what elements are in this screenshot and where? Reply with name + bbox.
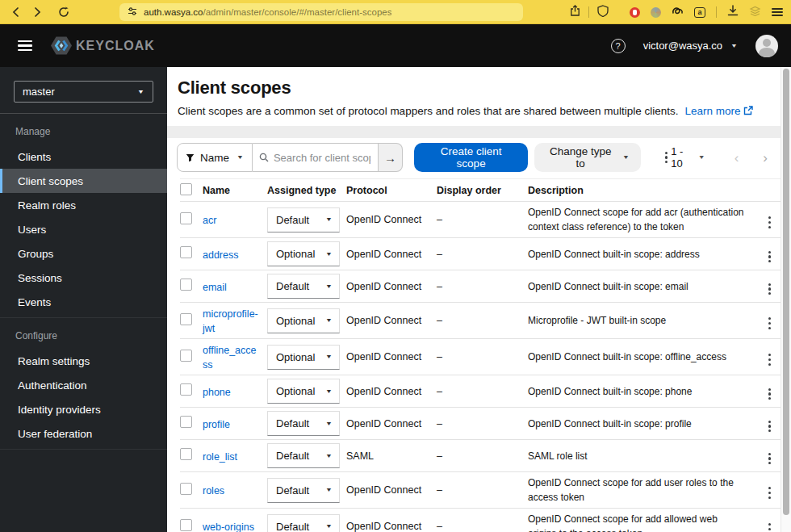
table-row: microprofile-jwt Optional ▼ OpenID Conne… xyxy=(180,303,781,339)
row-checkbox[interactable] xyxy=(180,246,192,258)
row-checkbox[interactable] xyxy=(180,519,192,531)
realm-selector[interactable]: master ▼ xyxy=(14,81,153,103)
assigned-type-select[interactable]: Default ▼ xyxy=(267,274,340,299)
search-type-dropdown[interactable]: Name ▼ xyxy=(177,143,253,172)
sidebar-item-groups[interactable]: Groups xyxy=(0,241,167,266)
assigned-type-select[interactable]: Default ▼ xyxy=(267,514,340,532)
realm-name: master xyxy=(23,86,55,98)
search-submit-button[interactable]: → xyxy=(379,143,403,172)
pagination-range: 1 - 10 xyxy=(671,145,692,170)
sidebar-item-realm-settings[interactable]: Realm settings xyxy=(0,349,167,373)
browser-menu-icon[interactable] xyxy=(772,6,783,19)
display-order-cell: – xyxy=(437,351,528,362)
row-checkbox[interactable] xyxy=(180,350,192,362)
protocol-cell: OpenID Connect xyxy=(346,484,437,496)
scope-name-link[interactable]: phone xyxy=(203,387,231,398)
protocol-cell: SAML xyxy=(346,450,437,462)
table-header-row: Name Assigned type Protocol Display orde… xyxy=(180,178,781,202)
row-kebab-menu[interactable] xyxy=(765,248,774,266)
sidebar-item-identity-providers[interactable]: Identity providers xyxy=(0,397,167,421)
address-bar[interactable]: auth.wasya.co/admin/master/console/#/mas… xyxy=(119,3,523,21)
shield-icon[interactable] xyxy=(597,5,609,20)
layers-icon[interactable] xyxy=(749,5,761,19)
share-icon[interactable] xyxy=(570,5,580,19)
assigned-type-select[interactable]: Default ▼ xyxy=(267,478,340,503)
keycloak-logo[interactable]: KEYCLOAK xyxy=(50,36,155,56)
assigned-type-select[interactable]: Default ▼ xyxy=(267,443,340,468)
back-button[interactable] xyxy=(11,7,21,17)
pagination-prev-button[interactable]: ‹ xyxy=(733,151,741,165)
assigned-type-select[interactable]: Optional ▼ xyxy=(267,345,340,370)
description-cell: OpenID Connect built-in scope: phone xyxy=(528,384,756,399)
table-row: profile Default ▼ OpenID Connect – OpenI… xyxy=(180,408,781,440)
row-kebab-menu[interactable] xyxy=(765,450,774,468)
row-kebab-menu[interactable] xyxy=(765,520,774,532)
row-checkbox[interactable] xyxy=(180,483,192,495)
sidebar-item-events[interactable]: Events xyxy=(0,290,167,314)
toolbar: Name ▼ → Create client scope Change type… xyxy=(167,138,781,178)
forward-button[interactable] xyxy=(32,7,42,17)
help-icon[interactable]: ? xyxy=(611,39,626,53)
user-dropdown[interactable]: victor@wasya.co ▼ xyxy=(643,40,738,52)
extension-squiggle-icon[interactable] xyxy=(672,5,684,19)
scope-name-link[interactable]: microprofile-jwt xyxy=(203,308,258,334)
assigned-type-select[interactable]: Default ▼ xyxy=(267,207,340,232)
row-kebab-menu[interactable] xyxy=(765,213,774,232)
row-checkbox[interactable] xyxy=(180,279,192,291)
nav-toggle-icon[interactable] xyxy=(18,37,32,54)
row-checkbox[interactable] xyxy=(180,313,192,325)
row-checkbox[interactable] xyxy=(180,416,192,428)
row-kebab-menu[interactable] xyxy=(765,484,774,502)
sidebar-item-user-federation[interactable]: User federation xyxy=(0,421,167,446)
sidebar-item-authentication[interactable]: Authentication xyxy=(0,373,167,397)
row-checkbox[interactable] xyxy=(180,212,192,224)
learn-more-link[interactable]: Learn more xyxy=(685,105,753,117)
display-order-cell: – xyxy=(437,484,528,496)
download-icon[interactable] xyxy=(727,5,739,19)
extension-red-icon[interactable] xyxy=(630,7,640,18)
table-row: roles Default ▼ OpenID Connect – OpenID … xyxy=(180,472,781,509)
scope-name-link[interactable]: offline_access xyxy=(203,345,257,371)
pagination-options-toggle[interactable]: ▼ xyxy=(698,154,705,161)
scope-name-link[interactable]: profile xyxy=(203,419,230,430)
scope-name-link[interactable]: acr xyxy=(203,215,216,226)
sidebar-item-users[interactable]: Users xyxy=(0,217,167,241)
assigned-type-select[interactable]: Default ▼ xyxy=(267,411,340,436)
assigned-type-select[interactable]: Optional ▼ xyxy=(267,379,340,404)
search-input[interactable] xyxy=(274,152,370,164)
row-checkbox[interactable] xyxy=(180,448,192,460)
select-all-checkbox[interactable] xyxy=(180,183,192,195)
table-row: web-origins Default ▼ OpenID Connect – O… xyxy=(180,509,781,532)
row-kebab-menu[interactable] xyxy=(765,350,774,369)
row-kebab-menu[interactable] xyxy=(765,314,774,333)
reload-button[interactable] xyxy=(58,6,69,18)
site-controls-icon[interactable] xyxy=(128,5,137,19)
assigned-type-select[interactable]: Optional ▼ xyxy=(267,241,340,266)
search-field[interactable] xyxy=(253,143,379,172)
extension-color-icon[interactable] xyxy=(651,7,661,18)
row-kebab-menu[interactable] xyxy=(765,385,774,404)
sidebar-item-realm-roles[interactable]: Realm roles xyxy=(0,193,167,217)
row-kebab-menu[interactable] xyxy=(765,417,774,436)
scrollbar-thumb[interactable] xyxy=(783,69,789,515)
section-divider xyxy=(167,126,781,138)
row-checkbox[interactable] xyxy=(180,383,192,396)
avatar[interactable] xyxy=(755,35,778,57)
assigned-type-select[interactable]: Optional ▼ xyxy=(267,308,340,333)
create-client-scope-button[interactable]: Create client scope xyxy=(414,143,528,172)
extension-search-icon[interactable]: a xyxy=(694,7,705,18)
scope-name-link[interactable]: roles xyxy=(203,485,224,496)
sidebar-item-sessions[interactable]: Sessions xyxy=(0,266,167,290)
pagination-next-button[interactable]: › xyxy=(761,151,769,165)
scope-name-link[interactable]: address xyxy=(203,249,238,261)
scope-name-link[interactable]: email xyxy=(203,282,227,293)
page-scrollbar[interactable] xyxy=(781,67,791,532)
sidebar-item-clients[interactable]: Clients xyxy=(0,145,167,169)
change-type-dropdown[interactable]: Change type to ▼ xyxy=(534,143,641,172)
scope-name-link[interactable]: role_list xyxy=(203,451,237,463)
display-order-cell: – xyxy=(437,281,528,292)
scope-name-link[interactable]: web-origins xyxy=(203,522,254,532)
row-kebab-menu[interactable] xyxy=(765,280,774,299)
toolbar-kebab-menu[interactable] xyxy=(662,149,671,167)
sidebar-item-client-scopes[interactable]: Client scopes xyxy=(0,169,167,193)
